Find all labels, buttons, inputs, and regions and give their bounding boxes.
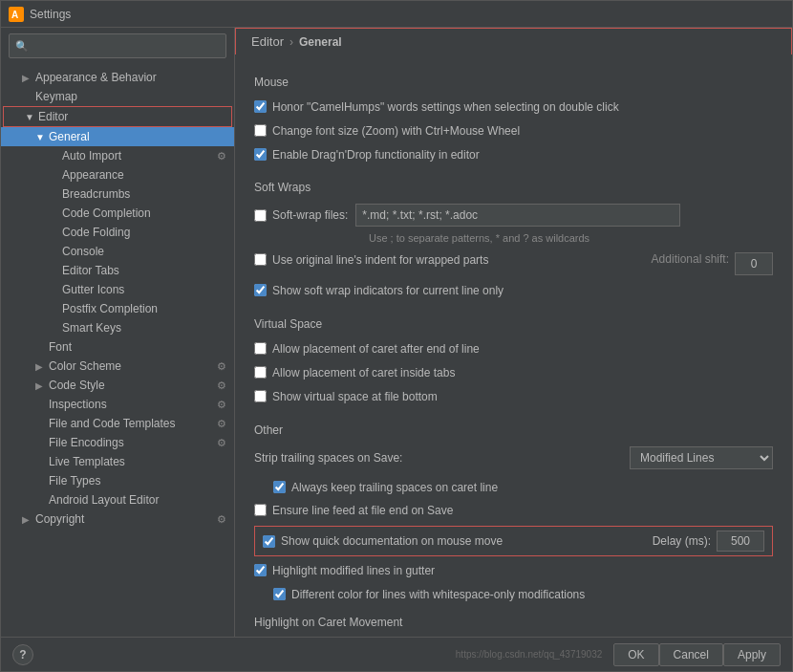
- sidebar-item-label: Editor Tabs: [62, 264, 226, 277]
- camel-humps-row: Honor "CamelHumps" words settings when s…: [254, 98, 773, 117]
- font-size-zoom-checkbox[interactable]: [254, 124, 267, 137]
- sidebar-item-label: File Encodings: [49, 436, 217, 449]
- strip-trailing-select[interactable]: Modified Lines None All Leading: [630, 446, 773, 469]
- sidebar-item-label: Appearance: [62, 168, 226, 182]
- sidebar-item-general[interactable]: ▼ General: [1, 127, 234, 146]
- sidebar-item-auto-import[interactable]: Auto Import ⚙: [1, 146, 234, 165]
- sidebar-item-file-code-templates[interactable]: File and Code Templates ⚙: [1, 414, 234, 433]
- sidebar-item-file-types[interactable]: File Types: [1, 471, 234, 490]
- strip-trailing-label: Strip trailing spaces on Save:: [254, 451, 402, 465]
- font-size-zoom-label: Change font size (Zoom) with Ctrl+Mouse …: [272, 123, 520, 140]
- font-size-zoom-row: Change font size (Zoom) with Ctrl+Mouse …: [254, 122, 773, 141]
- gear-icon: ⚙: [217, 437, 226, 449]
- different-color-label: Different color for lines with whitespac…: [291, 587, 585, 603]
- caret-end-checkbox[interactable]: [254, 342, 267, 355]
- highlight-modified-checkbox[interactable]: [254, 564, 267, 576]
- line-feed-label: Ensure line feed at file end on Save: [272, 503, 453, 519]
- sidebar-item-editor[interactable]: ▼ Editor: [3, 106, 232, 127]
- highlight-modified-row: Highlight modified lines in gutter: [254, 562, 773, 580]
- sidebar-item-keymap[interactable]: Keymap: [1, 87, 234, 106]
- sidebar-item-android-layout-editor[interactable]: Android Layout Editor: [1, 490, 234, 509]
- caret-end-label: Allow placement of caret after end of li…: [272, 341, 480, 358]
- sidebar-item-code-folding[interactable]: Code Folding: [1, 223, 234, 242]
- soft-wrap-checkbox[interactable]: [254, 209, 267, 222]
- sidebar-item-label: Gutter Icons: [62, 283, 226, 296]
- virtual-space-bottom-row: Show virtual space at file bottom: [254, 388, 773, 406]
- line-feed-row: Ensure line feed at file end on Save: [254, 502, 773, 520]
- wrap-indicators-row: Show soft wrap indicators for current li…: [254, 282, 773, 300]
- sidebar-item-appearance[interactable]: Appearance: [1, 165, 234, 184]
- line-feed-checkbox[interactable]: [254, 504, 267, 516]
- sidebar-item-label: Android Layout Editor: [49, 493, 226, 507]
- drag-drop-checkbox[interactable]: [254, 148, 267, 161]
- main-panel: Editor › General Mouse Honor "CamelHumps…: [235, 28, 792, 637]
- virtual-space-bottom-checkbox[interactable]: [254, 390, 267, 402]
- sidebar-item-appearance-behavior[interactable]: ▶ Appearance & Behavior: [1, 68, 234, 87]
- different-color-row: Different color for lines with whitespac…: [254, 586, 773, 604]
- other-section-title: Other: [254, 423, 773, 437]
- sidebar-item-label: Font: [49, 340, 226, 354]
- sidebar-item-inspections[interactable]: Inspections ⚙: [1, 395, 234, 414]
- sidebar-item-label: Keymap: [35, 90, 226, 103]
- gear-icon: ⚙: [217, 513, 226, 526]
- sidebar-item-code-style[interactable]: ▶ Code Style ⚙: [1, 376, 234, 395]
- arrow-icon: ▶: [22, 514, 35, 525]
- sidebar-item-label: Color Scheme: [49, 359, 217, 373]
- search-box[interactable]: 🔍: [9, 33, 226, 58]
- arrow-icon: ▶: [35, 361, 49, 372]
- sidebar-item-live-templates[interactable]: Live Templates: [1, 452, 234, 471]
- soft-wrap-files-label: Soft-wrap files:: [272, 208, 348, 222]
- sidebar-item-color-scheme[interactable]: ▶ Color Scheme ⚙: [1, 357, 234, 376]
- wrap-indicators-label: Show soft wrap indicators for current li…: [272, 283, 504, 299]
- quick-docs-checkbox[interactable]: [263, 535, 275, 548]
- search-input[interactable]: [32, 39, 220, 53]
- caret-tabs-row: Allow placement of caret inside tabs: [254, 364, 773, 382]
- sidebar-item-label: File and Code Templates: [49, 417, 217, 430]
- sidebar-item-label: Inspections: [49, 398, 217, 411]
- settings-window: A Settings 🔍 ▶ Appearance & Behavior Key…: [0, 0, 793, 672]
- quick-docs-label: Show quick documentation on mouse move: [281, 534, 653, 548]
- different-color-checkbox[interactable]: [273, 588, 286, 600]
- camel-humps-checkbox[interactable]: [254, 100, 267, 113]
- sidebar-item-label: Appearance & Behavior: [35, 71, 226, 84]
- sidebar-item-copyright[interactable]: ▶ Copyright ⚙: [1, 509, 234, 529]
- ok-button[interactable]: OK: [613, 643, 658, 666]
- additional-shift-input[interactable]: [735, 252, 773, 275]
- virtual-space-bottom-label: Show virtual space at file bottom: [272, 389, 438, 405]
- caret-tabs-checkbox[interactable]: [254, 366, 267, 379]
- sidebar-item-editor-tabs[interactable]: Editor Tabs: [1, 261, 234, 280]
- bottom-bar: ? https://blog.csdn.net/qq_43719032 OK C…: [1, 637, 792, 671]
- soft-wrap-hint: Use ; to separate patterns, * and ? as w…: [369, 232, 773, 244]
- keep-trailing-spaces-row: Always keep trailing spaces on caret lin…: [254, 479, 773, 497]
- sidebar-item-code-completion[interactable]: Code Completion: [1, 204, 234, 223]
- virtual-space-section-title: Virtual Space: [254, 317, 773, 331]
- delay-input[interactable]: [717, 531, 764, 552]
- sidebar-item-breadcrumbs[interactable]: Breadcrumbs: [1, 184, 234, 204]
- sidebar-item-font[interactable]: Font: [1, 337, 234, 357]
- cancel-button[interactable]: Cancel: [659, 643, 723, 666]
- drag-drop-label: Enable Drag'n'Drop functionality in edit…: [272, 147, 480, 163]
- breadcrumb-parent: Editor: [251, 34, 284, 49]
- wrap-indicators-checkbox[interactable]: [254, 284, 267, 296]
- settings-tree: ▶ Appearance & Behavior Keymap ▼ Editor …: [1, 64, 234, 637]
- gear-icon: ⚙: [217, 360, 226, 373]
- apply-button[interactable]: Apply: [723, 643, 781, 666]
- sidebar-item-label: Auto Import: [62, 149, 217, 163]
- sidebar-item-label: File Types: [49, 474, 226, 488]
- sidebar-item-label: Code Completion: [62, 206, 226, 220]
- sidebar-item-gutter-icons[interactable]: Gutter Icons: [1, 280, 234, 299]
- sidebar-item-file-encodings[interactable]: File Encodings ⚙: [1, 433, 234, 452]
- soft-wrap-input[interactable]: [355, 204, 680, 227]
- sidebar-item-postfix-completion[interactable]: Postfix Completion: [1, 299, 234, 318]
- keep-trailing-spaces-label: Always keep trailing spaces on caret lin…: [291, 480, 498, 496]
- original-indent-checkbox[interactable]: [254, 253, 267, 266]
- highlight-caret-title: Highlight on Caret Movement: [254, 616, 773, 629]
- help-button[interactable]: ?: [12, 644, 33, 665]
- drag-drop-row: Enable Drag'n'Drop functionality in edit…: [254, 146, 773, 164]
- keep-trailing-spaces-checkbox[interactable]: [273, 481, 286, 493]
- mouse-section-title: Mouse: [254, 76, 773, 89]
- sidebar-item-smart-keys[interactable]: Smart Keys: [1, 318, 234, 337]
- gear-icon: ⚙: [217, 418, 226, 430]
- delay-ms-label: Delay (ms):: [653, 534, 711, 548]
- sidebar-item-console[interactable]: Console: [1, 242, 234, 261]
